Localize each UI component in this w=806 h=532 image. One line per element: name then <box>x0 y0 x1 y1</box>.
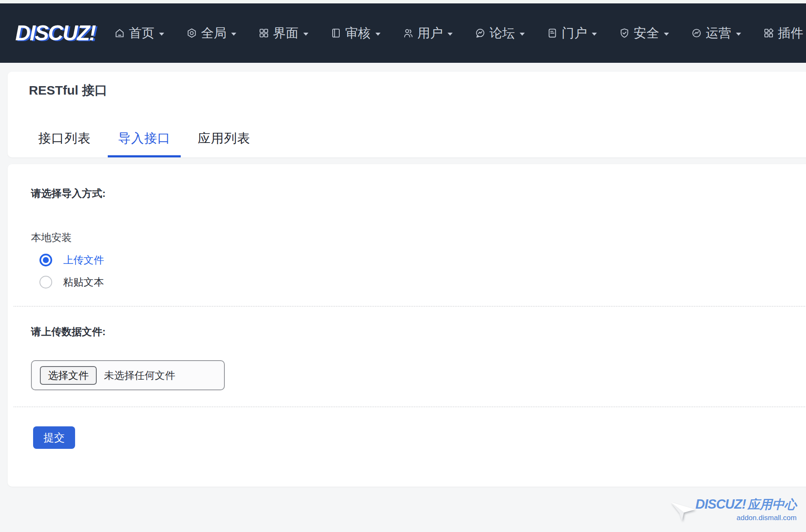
chevron-down-icon <box>520 33 525 36</box>
admin-navbar: DISCUZ! 首页 全局 界面 审核 用户 论坛 <box>0 3 806 63</box>
choose-file-button[interactable]: 选择文件 <box>40 366 97 385</box>
chevron-down-icon <box>736 33 741 36</box>
nav-item-security[interactable]: 安全 <box>619 25 669 42</box>
audit-icon <box>330 28 341 39</box>
user-icon <box>403 28 414 39</box>
chevron-down-icon <box>159 33 164 36</box>
submit-button[interactable]: 提交 <box>33 426 75 449</box>
page-title: RESTful 接口 <box>29 82 107 99</box>
import-form-card: 请选择导入方式: 本地安装 上传文件 粘贴文本 请上传数据文件: 选择文件 未选… <box>8 164 806 487</box>
nav-item-label: 安全 <box>634 25 659 42</box>
chevron-down-icon <box>592 33 597 36</box>
nav-item-audit[interactable]: 审核 <box>330 25 381 42</box>
plugin-icon <box>763 28 774 39</box>
chevron-down-icon <box>303 33 308 36</box>
nav-item-label: 首页 <box>129 25 154 42</box>
radio-option-paste-text[interactable]: 粘贴文本 <box>39 276 806 288</box>
divider <box>14 306 806 307</box>
discuz-logo: DISCUZ! <box>15 21 95 45</box>
radio-label[interactable]: 粘贴文本 <box>63 275 104 289</box>
nav-item-label: 界面 <box>273 25 299 42</box>
portal-icon <box>547 28 558 39</box>
file-status-text: 未选择任何文件 <box>104 369 175 382</box>
home-icon <box>114 28 125 39</box>
chevron-down-icon <box>448 33 453 36</box>
import-method-label: 请选择导入方式: <box>31 186 806 200</box>
local-install-label: 本地安装 <box>31 231 806 244</box>
watermark-brand: DISCUZ!应用中心 <box>695 496 797 513</box>
chevron-down-icon <box>664 33 669 36</box>
tab-api-list[interactable]: 接口列表 <box>28 122 101 157</box>
nav-item-users[interactable]: 用户 <box>403 25 453 42</box>
nav-item-global[interactable]: 全局 <box>186 25 236 42</box>
page-header-card: RESTful 接口 接口列表 导入接口 应用列表 <box>8 72 806 157</box>
top-strip <box>0 0 806 3</box>
operation-icon <box>691 28 702 39</box>
tab-app-list[interactable]: 应用列表 <box>188 122 260 157</box>
forum-icon <box>475 28 486 39</box>
upload-file-label: 请上传数据文件: <box>31 325 806 339</box>
watermark-site-url: addon.dismall.com <box>736 514 797 522</box>
radio-label[interactable]: 上传文件 <box>63 253 104 267</box>
security-icon <box>619 28 630 39</box>
nav-menu: 首页 全局 界面 审核 用户 论坛 门户 <box>114 25 806 42</box>
paper-plane-icon <box>670 499 697 524</box>
nav-item-label: 论坛 <box>490 25 515 42</box>
file-input[interactable]: 选择文件 未选择任何文件 <box>31 360 225 390</box>
nav-item-portal[interactable]: 门户 <box>547 25 597 42</box>
global-icon <box>186 28 197 39</box>
nav-item-plugins[interactable]: 插件 <box>763 25 806 42</box>
interface-icon <box>258 28 269 39</box>
nav-item-label: 插件 <box>778 25 803 42</box>
discuz-appcenter-watermark: DISCUZ!应用中心 addon.dismall.com <box>670 496 797 524</box>
nav-item-label: 用户 <box>417 25 443 42</box>
nav-item-home[interactable]: 首页 <box>114 25 164 42</box>
radio-option-upload-file[interactable]: 上传文件 <box>39 254 806 266</box>
nav-item-interface[interactable]: 界面 <box>258 25 308 42</box>
nav-item-label: 门户 <box>562 25 587 42</box>
nav-item-label: 运营 <box>706 25 731 42</box>
divider <box>14 406 806 407</box>
chevron-down-icon <box>231 33 236 36</box>
nav-item-forum[interactable]: 论坛 <box>475 25 525 42</box>
chevron-down-icon <box>375 33 381 36</box>
tab-import-api[interactable]: 导入接口 <box>108 122 181 157</box>
radio-selected-icon[interactable] <box>39 254 52 266</box>
nav-item-label: 审核 <box>345 25 371 42</box>
nav-item-label: 全局 <box>201 25 227 42</box>
radio-unselected-icon[interactable] <box>39 276 52 288</box>
tab-bar: 接口列表 导入接口 应用列表 <box>28 122 260 157</box>
nav-item-operation[interactable]: 运营 <box>691 25 741 42</box>
